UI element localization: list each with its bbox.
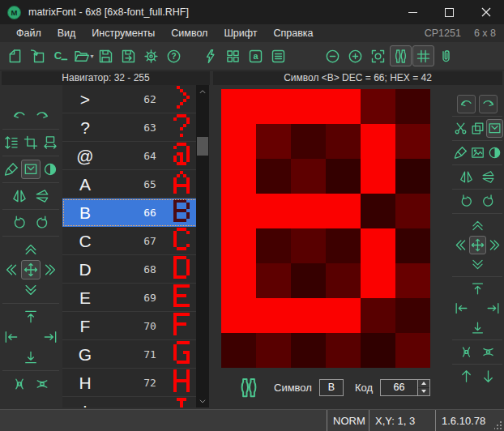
snap-bottom-button[interactable] bbox=[468, 318, 487, 337]
pixel-cell-1-1[interactable] bbox=[221, 89, 256, 124]
pixel-cell-2-1[interactable] bbox=[256, 89, 291, 124]
snap-right-button[interactable] bbox=[41, 327, 60, 347]
spin-up-button[interactable] bbox=[418, 380, 429, 388]
pixel-cell-4-7[interactable] bbox=[326, 298, 361, 333]
invert-char-button[interactable] bbox=[486, 143, 503, 162]
char-width-button[interactable] bbox=[41, 133, 60, 152]
new-from-system-font-button[interactable]: C bbox=[49, 45, 71, 66]
nav-row-64[interactable]: @64 bbox=[62, 142, 209, 170]
pixel-cell-2-2[interactable] bbox=[256, 124, 291, 159]
nav-row-68[interactable]: D68 bbox=[62, 255, 209, 284]
font-properties-button[interactable] bbox=[267, 45, 289, 66]
pixel-cell-3-2[interactable] bbox=[291, 124, 326, 159]
redo-button[interactable] bbox=[32, 106, 52, 126]
pixel-cell-1-5[interactable] bbox=[221, 228, 256, 263]
shift-up-button[interactable] bbox=[21, 240, 41, 259]
center-vertical-button[interactable] bbox=[32, 374, 52, 394]
effects-button[interactable] bbox=[199, 45, 221, 66]
nav-row-63[interactable]: ?63 bbox=[62, 113, 209, 142]
pixel-cell-2-5[interactable] bbox=[256, 228, 291, 263]
flip-horizontal-button[interactable] bbox=[10, 186, 29, 206]
rotate-left-button[interactable] bbox=[10, 213, 29, 233]
flip-vertical-button[interactable] bbox=[479, 168, 498, 186]
pixel-cell-1-7[interactable] bbox=[221, 298, 256, 333]
minimize-button[interactable] bbox=[395, 0, 431, 24]
pixel-cell-6-3[interactable] bbox=[395, 159, 430, 194]
nav-row-73[interactable]: I73 bbox=[62, 397, 209, 408]
shift-left-button[interactable] bbox=[2, 260, 21, 280]
shift-left-button[interactable] bbox=[452, 236, 469, 254]
nav-row-69[interactable]: E69 bbox=[62, 284, 209, 312]
symbol-input[interactable]: B bbox=[319, 379, 344, 396]
nav-row-65[interactable]: A65 bbox=[62, 170, 209, 198]
symbol-properties-button[interactable]: a bbox=[245, 45, 267, 66]
pixel-cell-6-8[interactable] bbox=[395, 333, 430, 368]
clear-char-button[interactable] bbox=[452, 143, 469, 162]
pixel-cell-5-6[interactable] bbox=[361, 263, 395, 298]
flip-horizontal-button[interactable] bbox=[457, 168, 476, 186]
pixel-cell-2-6[interactable] bbox=[256, 263, 291, 298]
char-height-button[interactable] bbox=[2, 133, 21, 152]
pixel-cell-6-6[interactable] bbox=[395, 263, 430, 298]
shift-right-button[interactable] bbox=[486, 236, 503, 254]
close-button[interactable] bbox=[468, 0, 504, 24]
preview-panel-button[interactable] bbox=[390, 45, 412, 66]
attach-button[interactable] bbox=[435, 45, 457, 66]
redo-button[interactable] bbox=[479, 95, 498, 113]
center-vertical-button[interactable] bbox=[479, 343, 498, 361]
new-font-button[interactable] bbox=[4, 45, 26, 66]
crop-char-button[interactable] bbox=[21, 133, 41, 152]
nav-row-66[interactable]: B66 bbox=[62, 198, 209, 227]
menu-item-6[interactable]: Справка bbox=[266, 24, 322, 42]
move-mode-button[interactable] bbox=[469, 236, 486, 254]
nav-row-72[interactable]: H72 bbox=[62, 369, 209, 397]
pixel-cell-5-4[interactable] bbox=[361, 194, 395, 228]
next-char-button[interactable] bbox=[479, 367, 498, 386]
center-horizontal-button[interactable] bbox=[457, 343, 476, 361]
save-font-as-button[interactable] bbox=[117, 45, 139, 66]
previous-char-button[interactable] bbox=[457, 367, 476, 386]
scroll-down-button[interactable] bbox=[196, 395, 209, 407]
pixel-cell-6-7[interactable] bbox=[395, 298, 430, 333]
cut-button[interactable] bbox=[452, 119, 469, 138]
pixel-cell-1-4[interactable] bbox=[221, 194, 256, 228]
shift-up-button[interactable] bbox=[468, 216, 487, 235]
move-mode-button[interactable] bbox=[21, 260, 41, 280]
pixel-cell-2-4[interactable] bbox=[256, 194, 291, 228]
pixel-cell-1-8[interactable] bbox=[221, 333, 256, 368]
snap-left-button[interactable] bbox=[2, 327, 21, 347]
pixel-cell-4-3[interactable] bbox=[326, 159, 361, 194]
pixel-cell-4-4[interactable] bbox=[326, 194, 361, 228]
nav-row-70[interactable]: F70 bbox=[62, 312, 209, 340]
menu-item-1[interactable]: Файл bbox=[8, 24, 49, 42]
rotate-left-button[interactable] bbox=[457, 192, 476, 211]
zoom-in-button[interactable] bbox=[344, 45, 366, 66]
pixel-cell-6-1[interactable] bbox=[395, 89, 430, 124]
snap-bottom-button[interactable] bbox=[21, 348, 41, 367]
pixel-cell-4-2[interactable] bbox=[326, 124, 361, 159]
pixel-cell-4-1[interactable] bbox=[326, 89, 361, 124]
pixel-cell-3-3[interactable] bbox=[291, 159, 326, 194]
toggle-grid-button[interactable] bbox=[412, 45, 434, 66]
paste-button[interactable] bbox=[486, 119, 503, 138]
paste-mode-button[interactable] bbox=[21, 160, 41, 179]
pixel-cell-1-3[interactable] bbox=[221, 159, 256, 194]
snap-left-button[interactable] bbox=[452, 299, 471, 318]
code-spinner[interactable]: 66 bbox=[380, 379, 430, 396]
import-font-button[interactable] bbox=[27, 45, 49, 66]
zoom-out-button[interactable] bbox=[322, 45, 344, 66]
pixel-cell-4-8[interactable] bbox=[326, 333, 361, 368]
rotate-right-button[interactable] bbox=[479, 192, 498, 211]
scroll-up-button[interactable] bbox=[196, 86, 209, 97]
import-image-button[interactable] bbox=[469, 143, 486, 162]
pixel-cell-2-3[interactable] bbox=[256, 159, 291, 194]
maximize-button[interactable] bbox=[431, 0, 468, 24]
pixel-cell-5-7[interactable] bbox=[361, 298, 395, 333]
pixel-cell-5-3[interactable] bbox=[361, 159, 395, 194]
open-font-button[interactable]: ▾ bbox=[72, 45, 94, 66]
flip-vertical-button[interactable] bbox=[32, 186, 52, 206]
snap-right-button[interactable] bbox=[484, 299, 502, 318]
pixel-cell-1-2[interactable] bbox=[221, 124, 256, 159]
scrollbar-thumb[interactable] bbox=[197, 137, 208, 156]
pixel-cell-3-1[interactable] bbox=[291, 89, 326, 124]
